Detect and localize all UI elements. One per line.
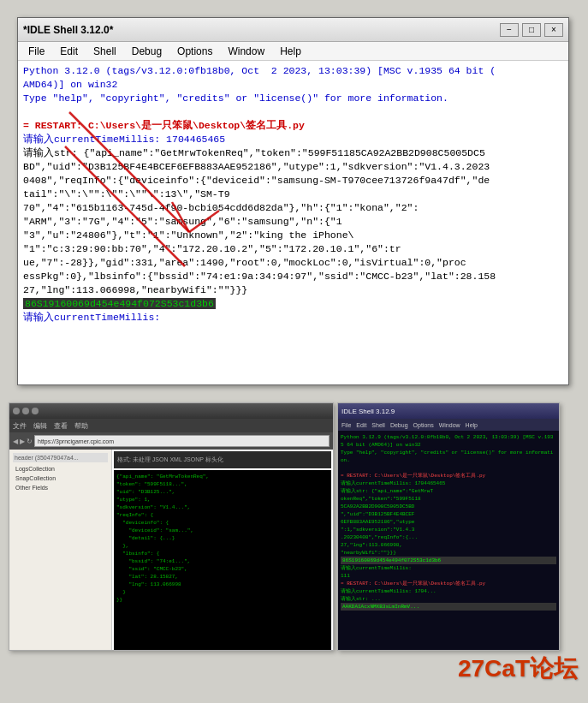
menu-shell[interactable]: Shell xyxy=(86,44,123,59)
address-text: https://3prncigamer.cpic.com xyxy=(38,438,114,444)
right-menu-help: Help xyxy=(466,422,478,428)
right-menu-file: File xyxy=(342,422,351,428)
right-line-13: "nearbyWifi":""}}} xyxy=(341,549,556,557)
right-line-4: 请输入currentTimeMillis: 1704465465 xyxy=(341,480,556,487)
code-line-3: Type "help", "copyright", "credits" or "… xyxy=(23,92,563,105)
code-line-9: tail":"\":\"":\"":\""\":13\","SM-T9 xyxy=(23,188,563,201)
left-title-bar xyxy=(9,403,333,419)
window-controls: − □ × xyxy=(500,23,563,37)
sidebar-header: header (350479047a4... xyxy=(13,453,108,462)
watermark: 27CaT论坛 xyxy=(458,652,578,685)
editor-area[interactable]: Python 3.12.0 (tags/v3.12.0:0fb18b0, Oct… xyxy=(18,61,568,384)
right-line-2: Type "help", "copyright", "credits" or "… xyxy=(341,449,556,464)
right-line-15: 111 xyxy=(341,572,556,580)
title-bar: *IDLE Shell 3.12.0* − □ × xyxy=(18,18,568,42)
left-main-panel: 格式: 未处理 JSON XML JSONP 标头化 {"api_name": … xyxy=(112,450,333,650)
code-line-8: 0408","reqInfo":{"deviceinfo":{"deviceid… xyxy=(23,174,563,188)
right-line-7: 5CA92A2BB2D908C5005DC5BD xyxy=(341,503,556,510)
code-line-6: 请输入str: {"api_name":"GetMrwTokenReq","to… xyxy=(23,146,563,160)
panel-content: {"api_name": "GetMrwTokenReq", "token": … xyxy=(114,470,331,650)
right-window-title: IDLE Shell 3.12.9 xyxy=(342,408,395,415)
nav-back: ◀ xyxy=(13,438,18,445)
left-menu-view: 查看 xyxy=(54,421,68,431)
code-line-4 xyxy=(23,105,563,119)
right-line-3 xyxy=(341,464,556,472)
sidebar-logs[interactable]: LogsCollection xyxy=(13,464,108,474)
window-title: *IDLE Shell 3.12.0* xyxy=(23,24,113,36)
right-line-5: 请输入str: {"api_name":"GetMrwT xyxy=(341,487,556,495)
panel-toolbar: 格式: 未处理 JSON XML JSONP 标头化 xyxy=(114,451,331,468)
right-screenshot: IDLE Shell 3.12.9 File Edit Shell Debug … xyxy=(337,402,560,651)
left-sidebar: header (350479047a4... LogsCollection Sn… xyxy=(9,450,112,650)
right-menu-options: Options xyxy=(413,422,434,428)
panel-tabs: 格式: 未处理 JSON XML JSONP 标头化 xyxy=(117,456,223,464)
left-menu-help: 帮助 xyxy=(74,421,88,431)
right-content: Python 3.12.9 (tags/v3.12.0:0fb18b0, Oct… xyxy=(338,431,559,650)
code-line-1: Python 3.12.0 (tags/v3.12.0:0fb18b0, Oct… xyxy=(23,64,563,78)
code-line-cursor: 请输入currentTimeMillis: xyxy=(23,311,563,325)
right-menu-edit: Edit xyxy=(356,422,366,428)
dot-1 xyxy=(13,408,20,414)
right-line-restart: = RESTART: C:\Users\是一只笨鼠\Desktop\签名工具.p… xyxy=(341,472,556,480)
dot-2 xyxy=(22,408,29,414)
dot-3 xyxy=(32,408,39,414)
right-line-token: 86S19160069d454e494f072S53c1d3b6 xyxy=(341,557,556,564)
right-line-17: 请输入currentTimeMillis: 1704... xyxy=(341,587,556,595)
nav-refresh: ↻ xyxy=(27,438,33,445)
nav-forward: ▶ xyxy=(20,438,25,445)
right-line-token-2: AAKDA1AcxNMXB3sLmInRmV... xyxy=(341,603,556,611)
left-screenshot: 文件 编辑 查看 帮助 ◀ ▶ ↻ https://3prncigamer.cp… xyxy=(9,402,334,651)
code-line-highlighted: 86S19160069d454e494f072S53c1d3b6 xyxy=(23,297,563,311)
right-line-1: Python 3.12.9 (tags/v3.12.0:0fb18b0, Oct… xyxy=(341,433,556,449)
code-line-16: 27,"lng":113.066998,"nearbyWifi":""}}} xyxy=(23,283,563,297)
menu-window[interactable]: Window xyxy=(221,44,271,59)
menu-bar: File Edit Shell Debug Options Window Hel… xyxy=(18,42,568,61)
code-line-2: AMD64)] on win32 xyxy=(23,78,563,92)
right-menu-shell: Shell xyxy=(371,422,385,428)
menu-file[interactable]: File xyxy=(21,44,51,59)
menu-edit[interactable]: Edit xyxy=(53,44,85,59)
right-line-11: .20230408","reqInfo":{... xyxy=(341,533,556,541)
code-content: Python 3.12.0 (tags/v3.12.0:0fb18b0, Oct… xyxy=(18,61,568,384)
right-menu-debug: Debug xyxy=(390,422,408,428)
code-line-5: 请输入currentTimeMillis: 1704465465 xyxy=(23,133,563,146)
highlighted-token: 86S19160069d454e494f072S53c1d3b6 xyxy=(23,298,216,309)
right-line-14: 请输入currentTimeMillis: xyxy=(341,564,556,572)
right-menu-window: Window xyxy=(439,422,460,428)
menu-help[interactable]: Help xyxy=(273,44,308,59)
right-title-bar: IDLE Shell 3.12.9 xyxy=(338,403,559,419)
idle-window: *IDLE Shell 3.12.0* − □ × File Edit Shel… xyxy=(17,17,569,385)
right-line-8: ","uid":"D3B125BF4E4BCEF xyxy=(341,510,556,518)
code-line-14: ue,"7":-28}},"gid":331,"area":1490,"root… xyxy=(23,256,563,270)
right-line-9: 6EFB883AAE952186","utype xyxy=(341,518,556,526)
code-line-15: essPkg":0},"lbsinfo":{"bssid":"74:e1:9a:… xyxy=(23,270,563,283)
right-line-16: = RESTART: C:\Users\是一只笨鼠\Desktop\签名工具.p… xyxy=(341,580,556,587)
sidebar-snap[interactable]: SnapCollection xyxy=(13,474,108,483)
code-line-7: BD","uid":"D3B125BF4E4BCEF6EFB883AAE9521… xyxy=(23,160,563,174)
address-bar[interactable]: https://3prncigamer.cpic.com xyxy=(34,435,330,447)
left-menu-file: 文件 xyxy=(13,421,27,431)
panel-json-content: {"api_name": "GetMrwTokenReq", "token": … xyxy=(116,473,329,604)
code-line-11: "ARM","3":"7G","4":"5":"samsung","6":"sa… xyxy=(23,215,563,229)
right-line-6: okenReq","token":"599F5118 xyxy=(341,495,556,503)
minimize-button[interactable]: − xyxy=(500,23,519,37)
left-menu-bar: 文件 编辑 查看 帮助 xyxy=(9,419,333,432)
left-menu-edit: 编辑 xyxy=(33,421,47,431)
right-line-10: ":1,"sdkversion":"V1.4.3 xyxy=(341,526,556,533)
code-line-13: "1":"c:3:29:90:bb:70","4":"172.20.10.2",… xyxy=(23,242,563,256)
code-line-10: 70","4":"615b1163-745d-4f90-bcbi054cdd6d… xyxy=(23,201,563,215)
bottom-screenshots-area: 文件 编辑 查看 帮助 ◀ ▶ ↻ https://3prncigamer.cp… xyxy=(9,402,588,694)
right-line-18: 请输入str: ... xyxy=(341,595,556,603)
left-toolbar: ◀ ▶ ↻ https://3prncigamer.cpic.com xyxy=(9,432,333,450)
right-menu-bar: File Edit Shell Debug Options Window Hel… xyxy=(338,419,559,431)
left-content-area: header (350479047a4... LogsCollection Sn… xyxy=(9,450,333,650)
close-button[interactable]: × xyxy=(544,23,563,37)
menu-debug[interactable]: Debug xyxy=(125,44,169,59)
menu-options[interactable]: Options xyxy=(170,44,219,59)
maximize-button[interactable]: □ xyxy=(522,23,541,37)
code-line-restart: = RESTART: C:\Users\是一只笨鼠\Desktop\签名工具.p… xyxy=(23,119,563,133)
right-line-12: 27,"lng":113.066998, xyxy=(341,541,556,549)
code-line-12: "3","u":"24806"},"t":"1":"Unknown","2":"… xyxy=(23,229,563,242)
sidebar-other[interactable]: Other Fields xyxy=(13,483,108,492)
